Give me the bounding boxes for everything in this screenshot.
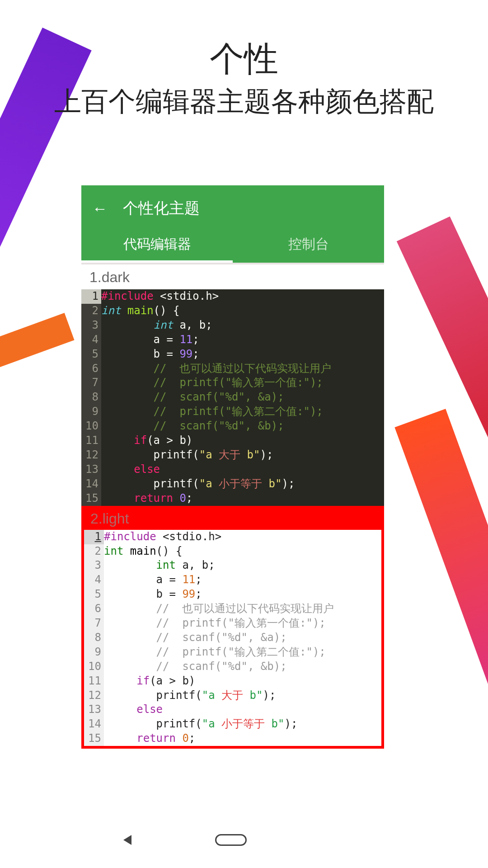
line-number: 13 — [84, 703, 104, 717]
app-panel: ← 个性化主题 代码编辑器 控制台 1.dark 1#include <stdi… — [81, 185, 384, 749]
tab-bar: 代码编辑器 控制台 — [81, 227, 384, 263]
line-number: 5 — [84, 587, 104, 602]
code-preview-light: 1#include <stdio.h> 2int main() { 3 int … — [84, 530, 381, 746]
line-number: 6 — [84, 602, 104, 616]
line-number: 15 — [81, 491, 101, 506]
line-number: 6 — [81, 362, 101, 376]
line-number: 12 — [81, 448, 101, 462]
line-number: 4 — [81, 333, 101, 347]
line-number: 15 — [84, 731, 104, 746]
promo-title: 个性 — [0, 36, 488, 83]
code-preview-dark[interactable]: 1#include <stdio.h> 2int main() { 3 int … — [81, 289, 384, 506]
system-nav-bar — [81, 826, 384, 854]
line-number: 2 — [81, 304, 101, 318]
line-number: 13 — [81, 462, 101, 477]
tab-console[interactable]: 控制台 — [233, 227, 384, 263]
code-preview-light-selected[interactable]: 2.light 1#include <stdio.h> 2int main() … — [81, 506, 384, 749]
line-number: 9 — [84, 645, 104, 660]
line-number: 3 — [84, 558, 104, 573]
line-number: 11 — [81, 434, 101, 448]
line-number: 1 — [81, 289, 101, 304]
line-number: 10 — [81, 419, 101, 434]
line-number: 3 — [81, 318, 101, 333]
tab-code-editor[interactable]: 代码编辑器 — [81, 227, 233, 263]
back-arrow-icon[interactable]: ← — [92, 201, 108, 216]
line-number: 5 — [81, 347, 101, 362]
line-number: 14 — [84, 717, 104, 731]
line-number: 1 — [84, 530, 104, 544]
line-number: 8 — [81, 390, 101, 405]
promo-subtitle: 上百个编辑器主题各种颜色搭配 — [0, 84, 488, 120]
decorative-stripe-magenta — [394, 409, 488, 776]
line-number: 10 — [84, 660, 104, 674]
line-number: 2 — [84, 544, 104, 559]
nav-home-icon[interactable] — [215, 834, 247, 846]
appbar-title: 个性化主题 — [123, 198, 200, 219]
app-bar: ← 个性化主题 代码编辑器 控制台 — [81, 185, 384, 263]
line-number: 7 — [81, 376, 101, 390]
nav-back-icon[interactable] — [123, 835, 131, 845]
line-number: 8 — [84, 631, 104, 645]
line-number: 9 — [81, 405, 101, 419]
line-number: 11 — [84, 674, 104, 689]
theme-label-light: 2.light — [90, 510, 129, 527]
line-number: 14 — [81, 477, 101, 491]
line-number: 4 — [84, 573, 104, 587]
theme-label-dark: 1.dark — [81, 264, 384, 289]
decorative-stripe-orange — [0, 313, 75, 383]
line-number: 12 — [84, 689, 104, 703]
line-number: 7 — [84, 616, 104, 631]
